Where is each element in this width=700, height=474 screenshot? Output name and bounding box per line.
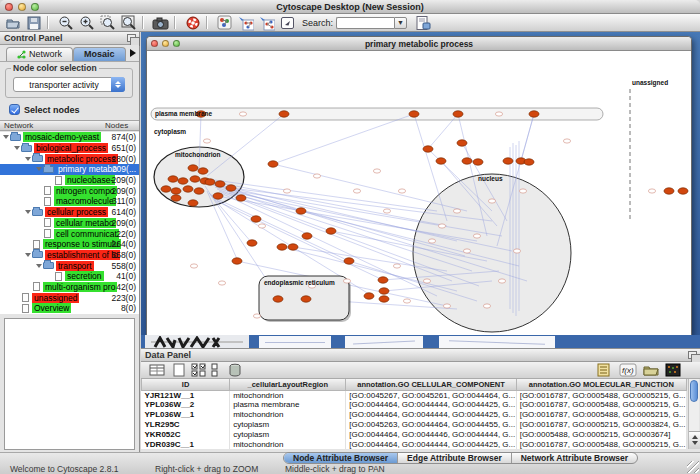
- table-cell[interactable]: mitochondrion: [230, 390, 346, 400]
- table-cell[interactable]: [GO:0016787, GO:0005488, GO:0005215, G..…: [516, 400, 686, 410]
- network-canvas[interactable]: plasma membranecytoplasmmitochondrionnuc…: [147, 51, 691, 335]
- graph-node[interactable]: [178, 178, 188, 184]
- table-cell[interactable]: YKR052C: [142, 429, 230, 439]
- graph-node[interactable]: [301, 296, 311, 302]
- graph-node-small[interactable]: [438, 224, 445, 228]
- graph-node[interactable]: [198, 168, 208, 174]
- snapshot-icon[interactable]: [152, 15, 169, 30]
- layout-icon[interactable]: [237, 15, 254, 30]
- graph-node-small[interactable]: [353, 189, 360, 193]
- expander-icon[interactable]: [35, 264, 43, 268]
- resize-grip[interactable]: [687, 461, 699, 473]
- graph-node[interactable]: [302, 233, 312, 239]
- graph-node[interactable]: [168, 176, 178, 182]
- tab-edge-attribute-browser[interactable]: Edge Attribute Browser: [398, 453, 512, 463]
- scrollbar-arrows[interactable]: [689, 431, 700, 449]
- graph-node[interactable]: [251, 216, 261, 222]
- network-view-titlebar[interactable]: primary metabolic process: [147, 37, 691, 51]
- graph-node[interactable]: [664, 188, 674, 194]
- zoom-out-icon[interactable]: [57, 15, 74, 30]
- tree-row[interactable]: cellular metabo209(0): [0, 218, 139, 229]
- table-cell[interactable]: cytoplasm: [230, 429, 346, 439]
- tree-row[interactable]: transport558(0): [0, 260, 139, 271]
- tree-row[interactable]: unassigned223(0): [0, 292, 139, 303]
- graph-node-small[interactable]: [463, 249, 470, 253]
- table-scrollbar[interactable]: [688, 379, 699, 449]
- graph-node-small[interactable]: [218, 281, 225, 285]
- graph-node-small[interactable]: [383, 209, 390, 213]
- annotation-icon[interactable]: [279, 15, 296, 30]
- graph-node[interactable]: [462, 158, 472, 164]
- float-panel-icon[interactable]: [127, 34, 136, 42]
- graph-node-small[interactable]: [488, 199, 495, 203]
- tree-row[interactable]: Overview8(0): [0, 303, 139, 314]
- table-cell[interactable]: YPL036W__1: [142, 410, 230, 420]
- graph-node[interactable]: [423, 146, 433, 152]
- graph-node-small[interactable]: [563, 139, 570, 143]
- matrix-icon[interactable]: [665, 363, 681, 377]
- tree-row[interactable]: biological_process651(0): [0, 143, 139, 154]
- table-cell[interactable]: [GO:0044464, GO:0044444, GO:0044425, G..…: [346, 400, 516, 410]
- graph-node-small[interactable]: [258, 224, 265, 228]
- graph-node[interactable]: [379, 288, 389, 294]
- formula-icon[interactable]: f(x): [619, 363, 635, 377]
- graph-node[interactable]: [232, 258, 242, 264]
- graph-node[interactable]: [378, 277, 388, 283]
- graph-node[interactable]: [473, 159, 483, 165]
- attribute-table-header-row[interactable]: ID_cellularLayoutRegionannotation.GO CEL…: [142, 379, 687, 390]
- network-view-window[interactable]: primary metabolic process plasma membran…: [146, 36, 692, 335]
- table-cell[interactable]: [GO:0016787, GO:0005488, GO:0005215, G..…: [516, 410, 686, 420]
- table-cell[interactable]: [GO:0016787, GO:0005488, GO:0005215, G..…: [516, 390, 686, 400]
- zoom-selected-icon[interactable]: [99, 15, 116, 30]
- table-cell[interactable]: [GO:0044464, GO:0044446, GO:0044444, G..…: [346, 429, 516, 439]
- column-header[interactable]: ID: [142, 379, 230, 390]
- graph-node-small[interactable]: [428, 239, 435, 243]
- graph-node[interactable]: [188, 165, 198, 171]
- tab-scroll-arrow-icon[interactable]: [130, 49, 136, 57]
- table-cell[interactable]: mitochondrion: [230, 410, 346, 420]
- graph-node-small[interactable]: [398, 189, 405, 193]
- search-dropdown-arrow[interactable]: ▼: [394, 17, 407, 29]
- birdseye-view[interactable]: [4, 318, 135, 450]
- graph-node-small[interactable]: [393, 264, 400, 268]
- vizmapper-icon[interactable]: [216, 15, 233, 30]
- graph-node[interactable]: [215, 181, 225, 187]
- open-icon[interactable]: [4, 15, 21, 30]
- expander-icon[interactable]: [24, 157, 32, 161]
- graph-node[interactable]: [190, 176, 200, 182]
- graph-node[interactable]: [503, 158, 513, 164]
- graph-node[interactable]: [183, 186, 193, 192]
- graph-node[interactable]: [268, 161, 278, 167]
- tree-row[interactable]: establishment of lo558(0): [0, 250, 139, 261]
- graph-node[interactable]: [288, 244, 298, 250]
- layout-alt-icon[interactable]: [258, 15, 275, 30]
- table-cell[interactable]: [GO:0044464, GO:0044444, GO:0044425, G..…: [346, 439, 516, 449]
- graph-edge[interactable]: [273, 164, 467, 211]
- column-header[interactable]: annotation.GO CELLULAR_COMPONENT: [346, 379, 516, 390]
- table-cell[interactable]: [GO:0045263, GO:0044464, GO:0044455, G..…: [346, 419, 516, 429]
- graph-node[interactable]: [326, 228, 336, 234]
- table-cell[interactable]: [GO:0016787, GO:0005215, GO:0003824, G..…: [516, 419, 686, 429]
- graph-node[interactable]: [436, 158, 446, 164]
- attribute-table[interactable]: ID_cellularLayoutRegionannotation.GO CEL…: [141, 379, 687, 449]
- graph-node-small[interactable]: [483, 304, 490, 308]
- help-icon[interactable]: [184, 15, 201, 30]
- table-cell[interactable]: YJR121W__1: [142, 390, 230, 400]
- graph-node-small[interactable]: [253, 314, 260, 318]
- tree-row[interactable]: nitrogen compo209(0): [0, 185, 139, 196]
- import-attributes-icon[interactable]: [643, 363, 659, 377]
- table-cell[interactable]: [GO:0044464, GO:0044444, GO:0044425, G..…: [346, 410, 516, 420]
- tree-row[interactable]: nucleobase-209(0): [0, 175, 139, 186]
- graph-node[interactable]: [379, 296, 389, 302]
- expander-icon[interactable]: [24, 210, 32, 214]
- graph-node[interactable]: [247, 240, 257, 246]
- graph-node-small[interactable]: [343, 279, 350, 283]
- graph-edge[interactable]: [273, 114, 414, 164]
- graph-node[interactable]: [296, 208, 306, 214]
- select-nodes-checkbox[interactable]: [9, 104, 20, 115]
- graph-node[interactable]: [273, 296, 283, 302]
- tab-network-attribute-browser[interactable]: Network Attribute Browser: [512, 453, 637, 463]
- graph-node[interactable]: [194, 188, 204, 194]
- graph-node[interactable]: [409, 111, 419, 117]
- graph-node-small[interactable]: [373, 169, 380, 173]
